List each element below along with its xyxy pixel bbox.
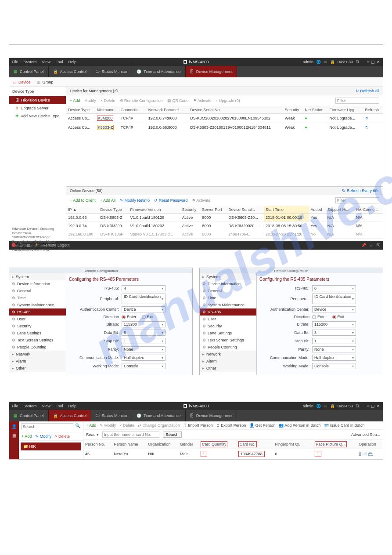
search-button[interactable]: Search	[163, 432, 182, 438]
th-org[interactable]: Organization	[146, 440, 178, 449]
tab-status-monitor[interactable]: 🖵Status Monitor	[91, 66, 132, 77]
cal-icon[interactable]: 🗓	[356, 404, 360, 408]
dropdown[interactable]: 1▾	[312, 338, 356, 344]
tree-item-other[interactable]: ▸Other	[200, 365, 256, 372]
org-delete-button[interactable]: × Delete	[55, 434, 70, 439]
pers-add-button[interactable]: + Add	[86, 423, 96, 428]
expand-icon[interactable]: ⤢	[370, 243, 373, 247]
tab-device-management[interactable]: 🗄Device Management	[186, 66, 237, 77]
close-icon[interactable]: ✕	[377, 404, 380, 408]
tree-item-lane-settings[interactable]: ⚙Lane Settings	[9, 330, 66, 337]
th-netstatus[interactable]: Net Status	[303, 106, 327, 114]
tree-item-rs-485[interactable]: ⚙RS-485	[9, 308, 66, 316]
th-person-no[interactable]: Person No.	[83, 440, 112, 449]
radio-enter[interactable]: Enter	[312, 315, 327, 319]
menu-system[interactable]: System	[24, 60, 37, 64]
th-device-type[interactable]: Device Type	[66, 106, 95, 114]
change-org-button[interactable]: ⇄ Change Organization	[138, 423, 180, 428]
radio-exit[interactable]: Exit	[332, 315, 344, 319]
table-row[interactable]: 45 Nero Yu HIK Male 1 1004947788 0 1 ⎙ 📄…	[83, 449, 383, 459]
menu-help[interactable]: Help	[68, 60, 76, 64]
upgrade-button[interactable]: ↑ Upgrade (0)	[216, 98, 240, 103]
refresh-all-button[interactable]: ↻ Refresh All	[356, 89, 379, 93]
th-fingerprint[interactable]: Fingerprint Qu...	[273, 440, 313, 449]
dropdown[interactable]: Console▾	[122, 363, 165, 369]
modify-netinfo-button[interactable]: ✎ Modify Netinfo	[120, 198, 150, 203]
tab-control-panel[interactable]: ▦Control Panel	[9, 410, 49, 421]
issue-card-batch-button[interactable]: 🪪 Issue Card in Batch	[324, 423, 364, 428]
th-card-no[interactable]: Card No.	[237, 440, 273, 449]
get-person-button[interactable]: 👤 Get Person	[249, 423, 275, 428]
tree-item-time[interactable]: ⚙Time	[9, 294, 66, 301]
doc-icon[interactable]: 🗋	[19, 243, 23, 247]
delete-button[interactable]: × Delete	[101, 98, 115, 103]
menu-file[interactable]: File	[12, 60, 18, 64]
tree-item-system[interactable]: ▸System	[200, 273, 256, 280]
tab-status-monitor[interactable]: 🖵Status Monitor	[91, 410, 132, 421]
dropdown[interactable]: Device▾	[312, 306, 356, 312]
dropdown[interactable]: 115200▾	[122, 321, 165, 327]
tree-item-network[interactable]: ▸Network	[200, 351, 256, 358]
tree-item-device-information[interactable]: ⚙Device Information	[9, 280, 66, 287]
pers-modify-button[interactable]: ✎ Modify	[100, 423, 116, 428]
activate-button[interactable]: ⚑ Activate	[193, 98, 212, 103]
th-firmware[interactable]: Firmware Upg...	[328, 106, 363, 114]
add-person-batch-button[interactable]: 👥 Add Person in Batch	[279, 423, 320, 428]
tree-item-other[interactable]: ▸Other	[9, 365, 66, 372]
export-person-button[interactable]: ↥ Export Person	[216, 423, 246, 428]
subtab-group[interactable]: ▥Group	[37, 80, 54, 84]
radio-exit[interactable]: Exit	[142, 315, 154, 319]
th-added[interactable]: Added	[309, 206, 326, 214]
th-refresh[interactable]: Refresh	[363, 106, 383, 114]
th-dtype[interactable]: Device Type	[99, 206, 129, 214]
table-row[interactable]: Access Co... K3M200 TCP/IP 192.0.0.74:80…	[66, 114, 383, 123]
filter-input-2[interactable]	[335, 197, 379, 203]
menu-view[interactable]: View	[42, 60, 50, 64]
th-security[interactable]: Security	[283, 106, 303, 114]
minimize-icon[interactable]: ━	[367, 60, 369, 64]
th-fw[interactable]: Firmware Version	[128, 206, 180, 214]
pin-icon[interactable]: 📌	[361, 243, 366, 247]
tab-device-management[interactable]: 🗄Device Management	[186, 410, 237, 421]
tree-item-general[interactable]: ⚙General	[9, 287, 66, 294]
advanced-search[interactable]: Advanced Sea...	[351, 432, 380, 437]
tree-item-rs-485[interactable]: ⚙RS-485	[200, 308, 256, 316]
table-row[interactable]: 192.0.0.74DS-K3M200V1.0.0build 180202Act…	[66, 222, 383, 230]
cal-icon[interactable]: 🗓	[356, 60, 360, 64]
remote-config-button[interactable]: ⚙ Remote Configuration	[120, 98, 163, 103]
tree-hikvision-device[interactable]: 🗄Hikvision Device	[9, 96, 66, 104]
dropdown[interactable]: None▾	[312, 346, 356, 352]
table-row[interactable]: Access Co... K5603-Z TCP/IP 192.0.0.66:8…	[66, 123, 383, 132]
menu-help[interactable]: Help	[68, 404, 76, 408]
maximize-icon[interactable]: ▢	[371, 404, 375, 408]
org-modify-button[interactable]: ✎ Modify	[35, 434, 51, 439]
radio-enter[interactable]: Enter	[122, 315, 137, 319]
tree-item-time[interactable]: ⚙Time	[200, 294, 256, 301]
import-person-button[interactable]: ↧ Import Person	[183, 423, 213, 428]
dropdown[interactable]: Console▾	[312, 363, 356, 369]
th-ser[interactable]: Device Serial...	[227, 206, 264, 214]
th-card-qty[interactable]: Card Quantity	[199, 440, 237, 449]
door-icon[interactable]: ▤	[27, 243, 31, 247]
add-to-client-button[interactable]: + Add to Client	[70, 198, 96, 203]
dropdown[interactable]: 1▾	[122, 338, 165, 344]
org-search-input[interactable]	[22, 423, 73, 430]
th-face[interactable]: Face Picture Q...	[313, 440, 357, 449]
tree-upgrade-server[interactable]: ⬆Upgrade Server	[9, 104, 66, 112]
name-card-input[interactable]	[102, 432, 159, 438]
globe-icon[interactable]: 🌐	[316, 60, 321, 64]
tree-item-system-maintenance[interactable]: ⚙System Maintenance	[9, 301, 66, 308]
alert-icon[interactable]: 🅐	[12, 243, 16, 247]
th-nickname[interactable]: Nickname	[95, 106, 119, 114]
minimize-icon[interactable]: ━	[367, 404, 369, 408]
card-icon[interactable]: ▭	[324, 404, 327, 408]
close-icon[interactable]: ✕	[377, 60, 380, 64]
tree-item-general[interactable]: ⚙General	[200, 287, 256, 294]
dropdown[interactable]: 8▾	[312, 330, 356, 336]
th-support[interactable]: Support Hi...	[326, 206, 354, 214]
tree-item-security[interactable]: ⚙Security	[200, 323, 256, 330]
tab-access-control[interactable]: 🔒Access Control	[49, 410, 92, 421]
dropdown[interactable]: 4▾	[122, 285, 165, 291]
dropdown[interactable]: 115200▾	[312, 321, 356, 327]
th-hik[interactable]: Hik-Conne...	[354, 206, 383, 214]
